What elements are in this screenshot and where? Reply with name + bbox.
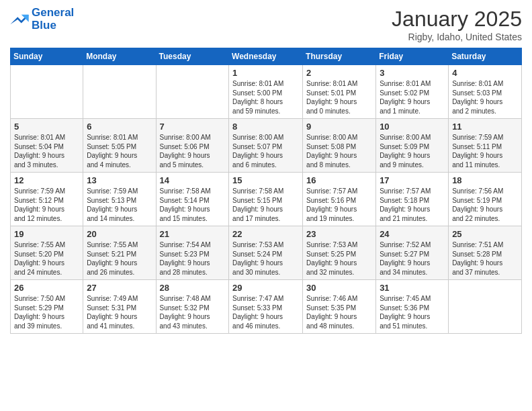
day-info-line: Sunset: 5:20 PM	[14, 250, 79, 259]
month-title: January 2025	[392, 7, 522, 32]
calendar-cell: 11Sunrise: 7:59 AMSunset: 5:11 PMDayligh…	[449, 119, 522, 173]
daylight-hours-label: Daylight: 9 hours	[306, 259, 372, 268]
daylight-hours-label: Daylight: 9 hours	[14, 205, 79, 214]
day-number: 17	[380, 175, 445, 185]
day-number: 9	[306, 122, 372, 132]
day-info-line: and 34 minutes.	[380, 268, 445, 277]
calendar-cell	[83, 65, 156, 119]
day-content: Sunrise: 7:57 AMSunset: 5:16 PMDaylight:…	[306, 187, 372, 223]
day-content: Sunrise: 7:55 AMSunset: 5:20 PMDaylight:…	[14, 240, 79, 277]
weekday-header-sunday: Sunday	[11, 48, 83, 65]
day-number: 21	[160, 229, 226, 239]
day-info-line: Sunset: 5:28 PM	[452, 250, 518, 259]
day-info-line: and 15 minutes.	[160, 214, 226, 224]
daylight-hours-label: Daylight: 9 hours	[160, 151, 226, 161]
day-info-line: Sunrise: 7:57 AM	[306, 187, 372, 196]
day-info-line: and 17 minutes.	[232, 214, 299, 224]
day-info-line: and 46 minutes.	[232, 322, 299, 331]
week-row-1: 1Sunrise: 8:01 AMSunset: 5:00 PMDaylight…	[11, 65, 522, 119]
day-info-line: Sunset: 5:01 PM	[306, 89, 372, 98]
day-info-line: Sunset: 5:18 PM	[380, 196, 445, 205]
day-number: 15	[232, 175, 299, 185]
week-row-2: 5Sunrise: 8:01 AMSunset: 5:04 PMDaylight…	[11, 119, 522, 173]
daylight-hours-label: Daylight: 9 hours	[306, 97, 372, 107]
daylight-hours-label: Daylight: 8 hours	[232, 97, 299, 107]
day-info-line: Sunrise: 7:54 AM	[160, 240, 226, 250]
day-info-line: Sunrise: 7:52 AM	[380, 240, 445, 250]
day-info-line: Sunset: 5:35 PM	[306, 304, 372, 313]
day-info-line: Sunset: 5:16 PM	[306, 196, 372, 205]
day-info-line: Sunset: 5:04 PM	[14, 142, 79, 152]
weekday-header-friday: Friday	[376, 48, 449, 65]
day-content: Sunrise: 7:59 AMSunset: 5:13 PMDaylight:…	[87, 187, 152, 223]
day-info-line: and 22 minutes.	[452, 214, 518, 224]
day-info-line: and 0 minutes.	[306, 107, 372, 116]
day-content: Sunrise: 7:52 AMSunset: 5:27 PMDaylight:…	[380, 240, 445, 277]
daylight-hours-label: Daylight: 9 hours	[380, 151, 445, 161]
calendar-cell	[156, 65, 229, 119]
day-info-line: Sunrise: 7:50 AM	[14, 294, 79, 304]
day-number: 28	[160, 283, 226, 293]
day-info-line: and 12 minutes.	[14, 214, 79, 224]
day-content: Sunrise: 7:57 AMSunset: 5:18 PMDaylight:…	[380, 187, 445, 223]
day-number: 6	[87, 122, 152, 132]
day-info-line: and 5 minutes.	[160, 161, 226, 170]
calendar-cell: 2Sunrise: 8:01 AMSunset: 5:01 PMDaylight…	[303, 65, 376, 119]
day-content: Sunrise: 8:01 AMSunset: 5:03 PMDaylight:…	[452, 79, 518, 116]
calendar-cell: 16Sunrise: 7:57 AMSunset: 5:16 PMDayligh…	[303, 173, 376, 226]
title-block: January 2025 Rigby, Idaho, United States	[392, 7, 522, 42]
day-info-line: and 19 minutes.	[306, 214, 372, 224]
calendar-cell: 3Sunrise: 8:01 AMSunset: 5:02 PMDaylight…	[376, 65, 449, 119]
day-info-line: Sunset: 5:11 PM	[452, 142, 518, 152]
day-number: 27	[87, 283, 152, 293]
day-content: Sunrise: 7:48 AMSunset: 5:32 PMDaylight:…	[160, 294, 226, 330]
day-info-line: and 30 minutes.	[232, 268, 299, 277]
day-content: Sunrise: 7:50 AMSunset: 5:29 PMDaylight:…	[14, 294, 79, 330]
calendar-cell: 17Sunrise: 7:57 AMSunset: 5:18 PMDayligh…	[376, 173, 449, 226]
day-info-line: Sunrise: 7:47 AM	[232, 294, 299, 304]
daylight-hours-label: Daylight: 9 hours	[380, 97, 445, 107]
day-info-line: Sunset: 5:25 PM	[306, 250, 372, 259]
daylight-hours-label: Daylight: 9 hours	[380, 259, 445, 268]
day-info-line: and 51 minutes.	[380, 322, 445, 331]
weekday-header-tuesday: Tuesday	[156, 48, 229, 65]
daylight-hours-label: Daylight: 9 hours	[14, 259, 79, 268]
day-content: Sunrise: 7:53 AMSunset: 5:25 PMDaylight:…	[306, 240, 372, 277]
day-number: 5	[14, 122, 79, 132]
calendar-cell: 28Sunrise: 7:48 AMSunset: 5:32 PMDayligh…	[156, 280, 229, 334]
day-number: 26	[14, 283, 79, 293]
calendar-cell: 9Sunrise: 8:00 AMSunset: 5:08 PMDaylight…	[303, 119, 376, 173]
daylight-hours-label: Daylight: 9 hours	[14, 151, 79, 161]
day-info-line: and 21 minutes.	[380, 214, 445, 224]
calendar-cell: 14Sunrise: 7:58 AMSunset: 5:14 PMDayligh…	[156, 173, 229, 226]
calendar-cell: 18Sunrise: 7:56 AMSunset: 5:19 PMDayligh…	[449, 173, 522, 226]
day-content: Sunrise: 8:01 AMSunset: 5:02 PMDaylight:…	[380, 79, 445, 116]
day-number: 2	[306, 68, 372, 78]
day-content: Sunrise: 7:46 AMSunset: 5:35 PMDaylight:…	[306, 294, 372, 330]
day-info-line: Sunrise: 8:00 AM	[232, 133, 299, 142]
calendar-cell: 27Sunrise: 7:49 AMSunset: 5:31 PMDayligh…	[83, 280, 156, 334]
day-info-line: and 41 minutes.	[87, 322, 152, 331]
day-content: Sunrise: 7:59 AMSunset: 5:12 PMDaylight:…	[14, 187, 79, 223]
calendar-cell: 23Sunrise: 7:53 AMSunset: 5:25 PMDayligh…	[303, 226, 376, 280]
day-number: 4	[452, 68, 518, 78]
day-info-line: and 24 minutes.	[14, 268, 79, 277]
daylight-hours-label: Daylight: 9 hours	[160, 205, 226, 214]
day-number: 31	[380, 283, 445, 293]
weekday-header-wednesday: Wednesday	[229, 48, 303, 65]
calendar-cell: 13Sunrise: 7:59 AMSunset: 5:13 PMDayligh…	[83, 173, 156, 226]
location: Rigby, Idaho, United States	[392, 32, 522, 42]
day-info-line: Sunrise: 7:53 AM	[306, 240, 372, 250]
day-info-line: and 14 minutes.	[87, 214, 152, 224]
day-number: 12	[14, 175, 79, 185]
day-content: Sunrise: 7:51 AMSunset: 5:28 PMDaylight:…	[452, 240, 518, 277]
day-info-line: Sunrise: 7:49 AM	[87, 294, 152, 304]
daylight-hours-label: Daylight: 9 hours	[452, 97, 518, 107]
day-number: 13	[87, 175, 152, 185]
calendar-cell	[11, 65, 83, 119]
day-number: 11	[452, 122, 518, 132]
calendar-cell: 22Sunrise: 7:53 AMSunset: 5:24 PMDayligh…	[229, 226, 303, 280]
day-info-line: Sunrise: 8:01 AM	[452, 79, 518, 89]
day-info-line: Sunset: 5:12 PM	[14, 196, 79, 205]
calendar-cell: 20Sunrise: 7:55 AMSunset: 5:21 PMDayligh…	[83, 226, 156, 280]
